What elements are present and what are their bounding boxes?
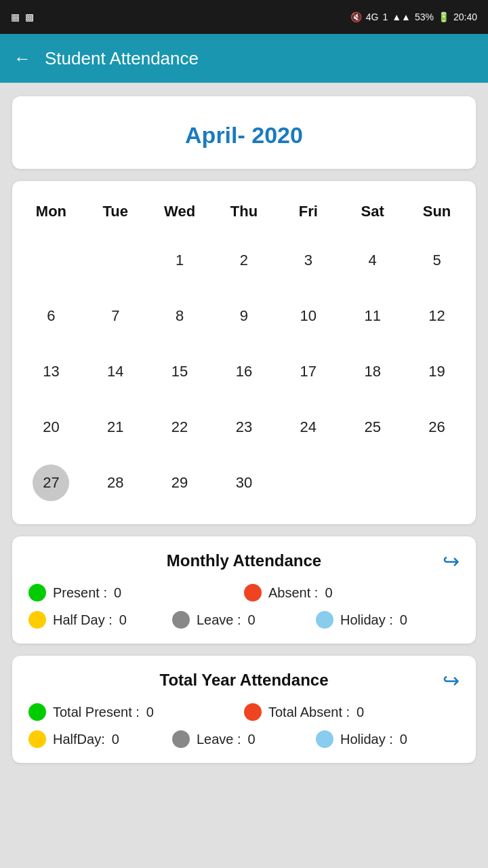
calendar-day-cell[interactable]: 5 — [405, 233, 469, 288]
month-title-card: April- 2020 — [12, 96, 476, 169]
day-number: 9 — [226, 298, 262, 334]
screen-icon: ▦ — [11, 12, 20, 22]
monthly-present-item: Present : 0 — [28, 584, 244, 601]
calendar-day-cell[interactable]: 7 — [83, 288, 148, 344]
day-number: 16 — [226, 353, 262, 390]
calendar-day-cell[interactable]: 10 — [276, 288, 340, 344]
weekday-wed: Wed — [148, 195, 212, 233]
calendar-day-cell[interactable]: 4 — [340, 233, 405, 288]
calendar-day-cell[interactable]: 29 — [148, 455, 212, 511]
day-number: 17 — [290, 353, 327, 390]
calendar-day-cell[interactable]: 2 — [212, 233, 277, 288]
calendar-day-cell[interactable]: 21 — [83, 399, 148, 455]
absent-count: 0 — [325, 585, 332, 601]
absent-label: Absent : — [268, 585, 318, 601]
day-number: 10 — [290, 298, 327, 334]
calendar-card: Mon Tue Wed Thu Fri Sat Sun 123456789101… — [12, 181, 476, 524]
holiday-dot — [316, 611, 333, 629]
calendar-day-cell[interactable]: 12 — [405, 288, 469, 344]
halfday-dot — [28, 611, 46, 629]
battery-label: 53% — [415, 12, 434, 22]
total-halfday-dot — [28, 730, 46, 748]
day-number: 15 — [161, 353, 198, 390]
total-absent-item: Total Absent : 0 — [244, 703, 460, 721]
calendar-day-cell[interactable]: 18 — [340, 344, 405, 399]
signal-label: 4G — [366, 12, 379, 22]
calendar-day-cell[interactable]: 30 — [212, 455, 277, 511]
calendar-day-cell[interactable]: 3 — [276, 233, 340, 288]
monthly-share-button[interactable]: ↪ — [443, 549, 460, 573]
calendar-day-cell[interactable]: 14 — [83, 344, 148, 399]
calendar-week-row: 13141516171819 — [19, 344, 469, 399]
day-number: 26 — [419, 409, 455, 446]
total-year-attendance-rows: Total Present : 0 Total Absent : 0 HalfD… — [28, 703, 460, 748]
page-title: Student Attendance — [45, 48, 199, 69]
calendar-day-cell[interactable]: 28 — [83, 455, 148, 511]
total-leave-label: Leave : — [197, 732, 241, 747]
day-number: 6 — [33, 298, 69, 334]
calendar-week-row: 20212223242526 — [19, 399, 469, 455]
calendar-day-cell[interactable]: 13 — [19, 344, 83, 399]
day-number: 2 — [226, 242, 262, 279]
total-year-attendance-card: Total Year Attendance ↪ Total Present : … — [12, 656, 476, 763]
calendar-day-cell[interactable]: 1 — [148, 233, 212, 288]
calendar-day-cell[interactable]: 11 — [340, 288, 405, 344]
calendar-grid: Mon Tue Wed Thu Fri Sat Sun 123456789101… — [19, 195, 469, 511]
calendar-header-row: Mon Tue Wed Thu Fri Sat Sun — [19, 195, 469, 233]
calendar-day-cell[interactable]: 16 — [212, 344, 277, 399]
calendar-day-cell[interactable]: 15 — [148, 344, 212, 399]
total-year-row-2: HalfDay: 0 Leave : 0 Holiday : 0 — [28, 730, 460, 748]
calendar-day-cell[interactable]: 17 — [276, 344, 340, 399]
day-number: 5 — [419, 242, 455, 279]
day-number: 7 — [97, 298, 134, 334]
halfday-label: Half Day : — [53, 612, 113, 628]
calendar-day-cell[interactable]: 22 — [148, 399, 212, 455]
calendar-day-cell[interactable]: 19 — [405, 344, 469, 399]
total-halfday-item: HalfDay: 0 — [28, 730, 172, 748]
calendar-day-cell — [276, 455, 340, 511]
calendar-day-cell[interactable]: 24 — [276, 399, 340, 455]
day-number: 28 — [97, 465, 134, 501]
battery-icon: 🔋 — [438, 12, 449, 22]
total-holiday-count: 0 — [400, 732, 407, 747]
day-number: 23 — [226, 409, 262, 446]
halfday-count: 0 — [119, 612, 127, 628]
calendar-day-cell — [405, 455, 469, 511]
calendar-day-cell[interactable]: 27 — [19, 455, 83, 511]
total-holiday-dot — [316, 730, 333, 748]
total-year-row-1: Total Present : 0 Total Absent : 0 — [28, 703, 460, 721]
day-number: 11 — [354, 298, 391, 334]
weekday-sat: Sat — [340, 195, 405, 233]
day-number: 4 — [354, 242, 391, 279]
monthly-attendance-title: Monthly Attendance — [167, 551, 321, 570]
weekday-tue: Tue — [83, 195, 148, 233]
present-count: 0 — [114, 585, 121, 601]
calendar-day-cell — [83, 233, 148, 288]
calendar-day-cell[interactable]: 8 — [148, 288, 212, 344]
total-absent-dot — [244, 703, 262, 721]
calendar-day-cell[interactable]: 25 — [340, 399, 405, 455]
month-year-title: April- 2020 — [26, 113, 462, 153]
total-year-share-button[interactable]: ↪ — [443, 669, 460, 692]
total-year-attendance-header: Total Year Attendance ↪ — [28, 671, 460, 690]
calendar-day-cell[interactable]: 20 — [19, 399, 83, 455]
wifi-icon: ▲▲ — [392, 12, 411, 22]
monthly-row-2: Half Day : 0 Leave : 0 Holiday : 0 — [28, 611, 460, 629]
calendar-day-cell[interactable]: 23 — [212, 399, 277, 455]
total-present-label: Total Present : — [53, 705, 140, 720]
back-button[interactable]: ← — [14, 48, 31, 69]
day-number: 14 — [97, 353, 134, 390]
calendar-day-cell — [19, 233, 83, 288]
calendar-week-row: 12345 — [19, 233, 469, 288]
monthly-holiday-item: Holiday : 0 — [316, 611, 460, 629]
total-leave-count: 0 — [248, 732, 256, 747]
day-number: 13 — [33, 353, 69, 390]
calendar-day-cell[interactable]: 26 — [405, 399, 469, 455]
weekday-sun: Sun — [405, 195, 469, 233]
monthly-halfday-item: Half Day : 0 — [28, 611, 172, 629]
calendar-day-cell[interactable]: 9 — [212, 288, 277, 344]
present-label: Present : — [53, 585, 107, 601]
day-number: 3 — [290, 242, 327, 279]
calendar-day-cell[interactable]: 6 — [19, 288, 83, 344]
weekday-fri: Fri — [276, 195, 340, 233]
